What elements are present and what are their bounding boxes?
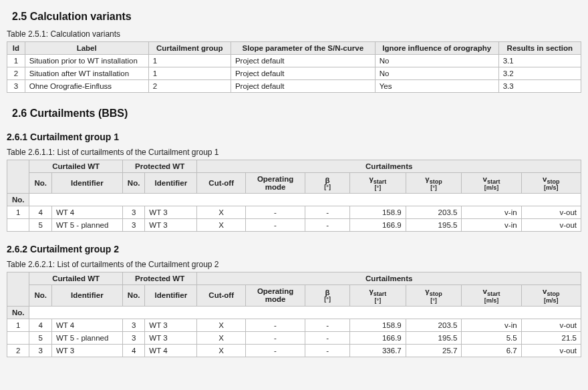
cell-c-id: WT 5 - planned <box>51 219 122 232</box>
col-curtailed-wt: Curtailed WT <box>29 272 122 285</box>
section-2-5-heading: 2.5 Calculation variants <box>12 11 581 23</box>
cell-results: 3.1 <box>498 55 581 67</box>
cell-vstart: 6.7 <box>462 344 521 357</box>
cell-c-no: 4 <box>29 319 51 331</box>
cell-p-id: WT 4 <box>145 344 197 357</box>
cell-vstart: v-in <box>462 219 521 232</box>
col-opmode: Operating mode <box>245 173 305 194</box>
col-vstart: vstart[m/s] <box>462 285 521 306</box>
cell-group: 2 <box>148 80 231 93</box>
col-curtailment-group: Curtailment group <box>148 42 231 55</box>
cell-vstop: v-out <box>521 319 581 331</box>
cell-c-no: 3 <box>29 344 51 357</box>
table-calculation-variants: Id Label Curtailment group Slope paramet… <box>7 41 581 93</box>
table-header-row-3: No. <box>7 194 581 206</box>
cell-ignore: No <box>375 67 498 80</box>
table-row: 2 Situation after WT installation 1 Proj… <box>7 67 581 80</box>
table-row: 5 WT 5 - planned 3 WT 3 X - - 166.9 195.… <box>7 219 581 232</box>
cell-gstart: 166.9 <box>350 331 406 344</box>
cell-p-no: 3 <box>122 206 144 219</box>
cell-gstart: 336.7 <box>350 344 406 357</box>
cell-slope: Project default <box>231 80 375 93</box>
col-vstart: vstart[m/s] <box>462 173 521 194</box>
cell-opmode: - <box>245 219 305 232</box>
col-slope: Slope parameter of the S/N-curve <box>231 42 375 55</box>
col-ignore-orography: Ignore influence of orography <box>375 42 498 55</box>
col-row-no: No. <box>7 306 29 319</box>
cell-gstart: 158.9 <box>350 206 406 219</box>
col-p-no: No. <box>122 285 144 306</box>
col-curtailed-wt: Curtailed WT <box>29 160 122 173</box>
cell-ignore: Yes <box>375 80 498 93</box>
table-2-6-1-1-caption: Table 2.6.1.1: List of curtailments of t… <box>7 148 581 157</box>
cell-opmode: - <box>245 344 305 357</box>
col-curtailments: Curtailments <box>197 160 581 173</box>
table-header-row-3: No. <box>7 306 581 319</box>
table-2-6-2-1-caption: Table 2.6.2.1: List of curtailments of t… <box>7 260 581 269</box>
col-beta: β[°] <box>305 285 350 306</box>
cell-group: 1 <box>148 55 231 67</box>
cell-results: 3.3 <box>498 80 581 93</box>
col-vstop: vstop[m/s] <box>521 285 581 306</box>
table-row: 3 Ohne Orografie-Einfluss 2 Project defa… <box>7 80 581 93</box>
spacer <box>29 194 581 206</box>
cell-c-id: WT 3 <box>51 344 122 357</box>
cell-cutoff: X <box>197 331 246 344</box>
col-gstop: γstop[°] <box>406 173 462 194</box>
col-protected-wt: Protected WT <box>122 160 197 173</box>
cell-cutoff: X <box>197 344 246 357</box>
col-opmode: Operating mode <box>245 285 305 306</box>
cell-p-id: WT 3 <box>145 219 197 232</box>
cell-slope: Project default <box>231 55 375 67</box>
table-row: 2 3 WT 3 4 WT 4 X - - 336.7 25.7 6.7 v-o… <box>7 344 581 357</box>
cell-row-no: 2 <box>7 344 29 357</box>
cell-gstop: 195.5 <box>406 219 462 232</box>
col-c-id: Identifier <box>51 285 122 306</box>
cell-gstop: 25.7 <box>406 344 462 357</box>
cell-vstop: v-out <box>521 206 581 219</box>
cell-id: 3 <box>7 80 25 93</box>
cell-cutoff: X <box>197 206 246 219</box>
cell-p-id: WT 3 <box>145 319 197 331</box>
cell-beta: - <box>305 344 350 357</box>
cell-results: 3.2 <box>498 67 581 80</box>
col-label: Label <box>25 42 148 55</box>
col-protected-wt: Protected WT <box>122 272 197 285</box>
cell-gstop: 195.5 <box>406 331 462 344</box>
document-page: 2.5 Calculation variants Table 2.5.1: Ca… <box>0 0 588 371</box>
cell-c-no: 5 <box>29 331 51 344</box>
cell-c-id: WT 4 <box>51 206 122 219</box>
col-c-no: No. <box>29 285 51 306</box>
table-row: 1 Situation prior to WT installation 1 P… <box>7 55 581 67</box>
col-cutoff: Cut-off <box>197 285 246 306</box>
cell-opmode: - <box>245 331 305 344</box>
cell-p-no: 3 <box>122 219 144 232</box>
cell-row-no: 1 <box>7 206 29 219</box>
section-2-6-heading: 2.6 Curtailments (BBS) <box>12 108 581 120</box>
section-2-6-2-heading: 2.6.2 Curtailment group 2 <box>7 244 581 254</box>
table-header-row-1: Curtailed WT Protected WT Curtailments <box>7 272 581 285</box>
cell-c-id: WT 4 <box>51 319 122 331</box>
cell-beta: - <box>305 331 350 344</box>
cell-gstop: 203.5 <box>406 206 462 219</box>
col-blank <box>7 272 29 306</box>
col-curtailments: Curtailments <box>197 272 581 285</box>
cell-row-no <box>7 331 29 344</box>
table-header-row-1: Curtailed WT Protected WT Curtailments <box>7 160 581 173</box>
cell-cutoff: X <box>197 319 246 331</box>
table-row: 1 4 WT 4 3 WT 3 X - - 158.9 203.5 v-in v… <box>7 206 581 219</box>
cell-slope: Project default <box>231 67 375 80</box>
cell-ignore: No <box>375 55 498 67</box>
cell-beta: - <box>305 219 350 232</box>
cell-row-no <box>7 219 29 232</box>
table-curtailment-group-2: Curtailed WT Protected WT Curtailments N… <box>7 272 581 357</box>
col-p-id: Identifier <box>145 173 197 194</box>
cell-cutoff: X <box>197 219 246 232</box>
cell-p-no: 3 <box>122 331 144 344</box>
table-header-row-2: No. Identifier No. Identifier Cut-off Op… <box>7 285 581 306</box>
cell-vstart: v-in <box>462 319 521 331</box>
cell-c-no: 4 <box>29 206 51 219</box>
cell-label: Situation prior to WT installation <box>25 55 148 67</box>
section-2-6-1-heading: 2.6.1 Curtailment group 1 <box>7 132 581 142</box>
col-gstart: γstart[°] <box>350 285 406 306</box>
